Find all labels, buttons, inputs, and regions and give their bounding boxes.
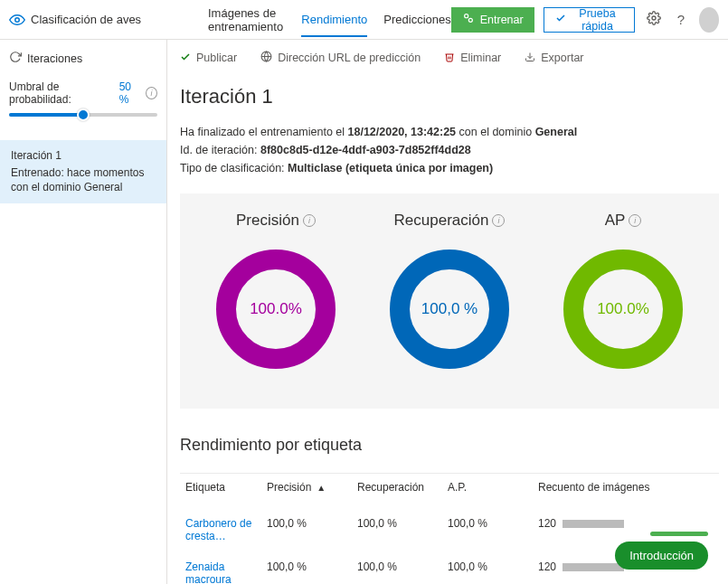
meta-domain: General	[535, 126, 578, 138]
publish-label: Publicar	[196, 52, 237, 64]
publish-button[interactable]: Publicar	[180, 52, 237, 65]
gears-icon	[462, 12, 475, 27]
meta-type-label: Tipo de clasificación:	[180, 162, 288, 174]
brand: Clasificación de aves	[9, 12, 172, 28]
avatar[interactable]	[699, 7, 719, 33]
export-label: Exportar	[541, 52, 583, 64]
cell-ap: 100,0 %	[442, 508, 533, 551]
main-nav: Imágenes de entrenamiento Rendimiento Pr…	[208, 0, 451, 44]
recall-label: Recuperación	[394, 212, 489, 230]
svg-point-3	[652, 16, 656, 20]
meta-suffix: con el dominio	[456, 126, 535, 138]
metric-precision: Precisióni 100.0%	[189, 212, 363, 372]
main-content: Publicar Dirección URL de predicción Eli…	[167, 40, 728, 584]
cell-ap: 100,0 %	[442, 551, 533, 584]
threshold-label: Umbral de probabilidad:	[9, 80, 116, 106]
ap-value: 100.0%	[560, 246, 686, 372]
svg-point-2	[468, 18, 472, 22]
delete-button[interactable]: Eliminar	[444, 52, 501, 65]
settings-button[interactable]	[644, 8, 662, 32]
check-icon	[180, 52, 191, 65]
threshold-slider[interactable]	[0, 113, 166, 126]
cell-precision: 100,0 %	[261, 508, 352, 551]
iteration-toolbar: Publicar Dirección URL de predicción Eli…	[180, 40, 719, 76]
body: Iteraciones Umbral de probabilidad: 50 %…	[0, 40, 728, 584]
project-title: Clasificación de aves	[31, 13, 141, 26]
col-tag[interactable]: Etiqueta	[180, 474, 261, 509]
nav-predictions[interactable]: Predicciones	[383, 2, 450, 37]
top-bar: Clasificación de aves Imágenes de entren…	[0, 0, 728, 40]
svg-point-1	[464, 14, 468, 18]
eye-icon	[9, 12, 25, 28]
meta-datetime: 18/12/2020, 13:42:25	[348, 126, 457, 138]
perf-title: Rendimiento por etiqueta	[180, 436, 719, 455]
intro-button[interactable]: Introducción	[615, 542, 708, 570]
metric-recall: Recuperacióni 100,0 %	[363, 212, 536, 372]
sidebar: Iteraciones Umbral de probabilidad: 50 %…	[0, 40, 167, 584]
threshold-label-row: Umbral de probabilidad: 50 % i	[0, 71, 166, 109]
gear-icon	[647, 11, 661, 28]
meta-prefix: Ha finalizado el entrenamiento el	[180, 126, 348, 138]
top-actions: Entrenar Prueba rápida ?	[451, 7, 719, 33]
recall-value: 100,0 %	[386, 246, 513, 372]
col-ap[interactable]: A.P.	[442, 474, 533, 509]
cell-recall: 100,0 %	[352, 508, 442, 551]
ap-label: AP	[605, 212, 626, 230]
info-icon[interactable]: i	[629, 214, 641, 227]
meta-id-label: Id. de iteración:	[180, 144, 260, 156]
info-icon[interactable]: i	[146, 87, 157, 99]
col-count[interactable]: Recuento de imágenes	[533, 474, 719, 509]
count-bar	[563, 520, 624, 528]
delete-label: Eliminar	[460, 52, 501, 64]
quick-test-button[interactable]: Prueba rápida	[544, 7, 636, 33]
info-icon[interactable]: i	[303, 214, 316, 227]
intro-fab: Introducción	[615, 532, 708, 570]
info-icon[interactable]: i	[492, 214, 505, 227]
iteration-card[interactable]: Iteración 1 Entrenado: hace momentos con…	[0, 140, 166, 203]
iterations-label: Iteraciones	[27, 52, 82, 65]
col-precision[interactable]: Precisión▲	[261, 474, 352, 509]
iterations-icon	[9, 51, 22, 66]
threshold-value: 50 %	[119, 80, 142, 106]
globe-icon	[260, 51, 272, 65]
tag-link[interactable]: Carbonero de cresta…	[185, 517, 256, 542]
col-recall[interactable]: Recuperación	[352, 474, 442, 509]
iterations-header: Iteraciones	[0, 45, 166, 71]
prediction-url-button[interactable]: Dirección URL de predicción	[260, 51, 421, 65]
nav-performance[interactable]: Rendimiento	[301, 2, 367, 37]
cell-precision: 100,0 %	[261, 551, 352, 584]
sort-caret-icon: ▲	[317, 483, 326, 493]
iteration-title: Iteración 1	[180, 85, 719, 108]
metrics-panel: Precisióni 100.0% Recuperacióni 100,0 % …	[180, 193, 719, 409]
tag-link[interactable]: Zenaida macroura	[185, 560, 256, 584]
cell-recall: 100,0 %	[352, 551, 442, 584]
train-button-label: Entrenar	[480, 14, 524, 26]
trash-icon	[444, 52, 455, 65]
iteration-card-subtitle: Entrenado: hace momentos con el dominio …	[11, 165, 156, 194]
intro-progress	[650, 532, 708, 536]
export-button[interactable]: Exportar	[525, 52, 583, 65]
precision-value: 100.0%	[213, 246, 339, 372]
help-icon: ?	[677, 12, 685, 27]
iteration-card-title: Iteración 1	[11, 149, 156, 162]
svg-point-0	[15, 17, 20, 22]
download-icon	[525, 52, 535, 65]
meta-id: 8f80c8d5-d12e-4ddf-a903-7d852ff4dd28	[260, 144, 471, 156]
iteration-meta: Ha finalizado el entrenamiento el 18/12/…	[180, 123, 719, 177]
train-button[interactable]: Entrenar	[451, 7, 534, 33]
help-button[interactable]: ?	[672, 8, 690, 32]
check-icon	[555, 13, 566, 26]
meta-type: Multiclase (etiqueta única por imagen)	[288, 162, 493, 174]
precision-label: Precisión	[236, 212, 299, 230]
quick-test-label: Prueba rápida	[572, 7, 624, 33]
metric-ap: APi 100.0%	[536, 212, 710, 372]
nav-training-images[interactable]: Imágenes de entrenamiento	[208, 0, 285, 44]
prediction-url-label: Dirección URL de predicción	[278, 52, 421, 64]
